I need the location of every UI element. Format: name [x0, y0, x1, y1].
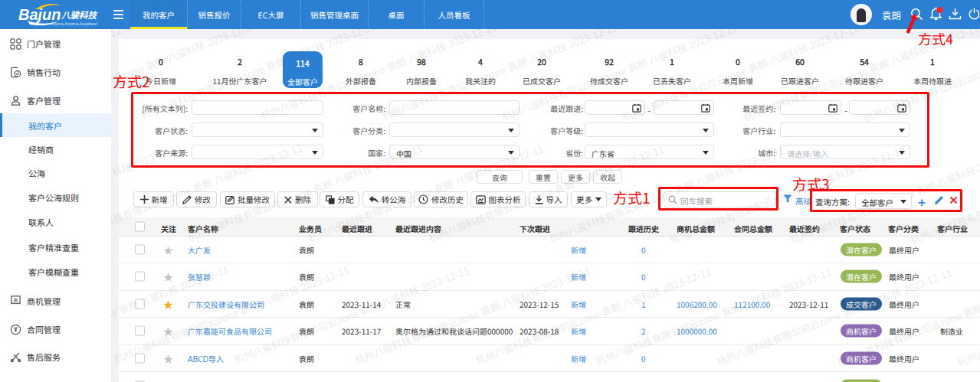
- svg-text:八骏科技: 八骏科技: [61, 8, 97, 21]
- svg-text:Anyone,Anytime,Anywhere!: Anyone,Anytime,Anywhere!: [51, 21, 97, 26]
- svg-text:Bajun: Bajun: [18, 6, 61, 23]
